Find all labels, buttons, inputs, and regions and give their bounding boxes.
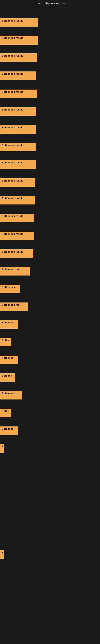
- bottleneck-result-item: B: [0, 444, 3, 452]
- bottleneck-result-item: Bottlend: [0, 373, 15, 382]
- bottleneck-result-item: Bottleneck result: [0, 107, 36, 116]
- bottleneck-result-item: Bottleneck result: [0, 249, 33, 258]
- bottleneck-result-item: Bottleneck result: [0, 160, 36, 169]
- bottleneck-result-item: Bottleneck result: [0, 90, 37, 98]
- bottleneck-result-item: Bottleneck result: [0, 196, 35, 204]
- bottleneck-result-item: Bottleneck result: [0, 18, 38, 27]
- bottleneck-result-item: Bottlenec: [0, 356, 18, 364]
- bottleneck-result-item: Bottleneck result: [0, 214, 34, 222]
- bottleneck-result-item: Bottle: [0, 409, 11, 417]
- bottleneck-result-item: Bottleneck result: [0, 125, 36, 134]
- site-title: TheBottlenecker.com: [0, 0, 100, 7]
- bottleneck-result-item: Bottleneck res: [0, 302, 28, 311]
- bottleneck-result-item: B: [0, 550, 3, 559]
- bottleneck-result-item: Bottleneck result: [0, 36, 38, 45]
- bottleneck-list: Bottleneck resultBottleneck resultBottle…: [0, 7, 100, 644]
- bottleneck-result-item: Bottleneck: [0, 285, 20, 293]
- bottleneck-result-item: Bottle: [0, 338, 11, 346]
- bottleneck-result-item: Bottleneck result: [0, 72, 36, 80]
- bottleneck-result-item: Bottleneck resu: [0, 267, 30, 276]
- bottleneck-result-item: Bottlenec: [0, 426, 18, 435]
- bottleneck-result-item: Bottleneck result: [0, 232, 34, 240]
- bottleneck-result-item: Bottlenec: [0, 320, 18, 329]
- bottleneck-result-item: Bottleneck r: [0, 391, 22, 400]
- bottleneck-result-item: Bottleneck result: [0, 53, 37, 62]
- bottleneck-result-item: Bottleneck result: [0, 143, 36, 151]
- bottleneck-result-item: Bottleneck result: [0, 178, 35, 187]
